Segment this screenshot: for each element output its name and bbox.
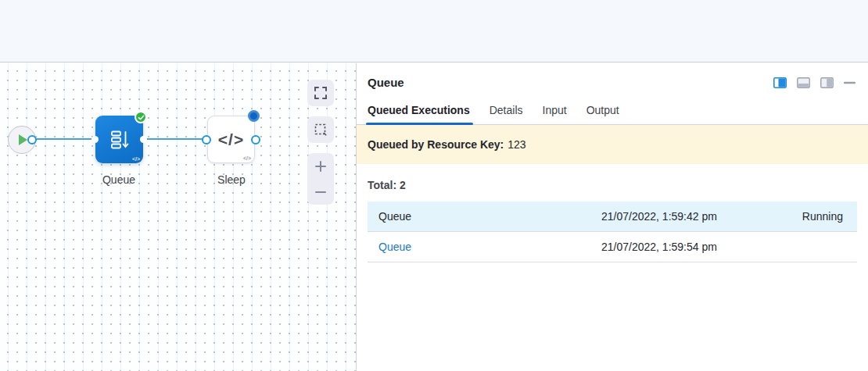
banner-value: 123	[508, 138, 525, 151]
workflow-canvas[interactable]: </> Queue </> </> Sleep	[0, 63, 356, 371]
success-badge-icon	[135, 111, 147, 123]
layout-bottom-panel-icon	[797, 77, 810, 88]
fit-view-icon	[314, 86, 328, 100]
node-details-panel: Queue	[356, 63, 868, 371]
queue-output-connector[interactable]	[140, 136, 147, 143]
panel-title: Queue	[368, 76, 404, 89]
top-header-strip	[0, 0, 868, 62]
total-count-label: Total: 2	[368, 179, 857, 191]
node-label-sleep: Sleep	[192, 173, 271, 186]
code-badge-icon: </>	[243, 155, 251, 161]
edge-start-to-queue	[34, 138, 97, 140]
canvas-toolbar	[307, 80, 334, 205]
sleep-output-connector[interactable]	[251, 135, 260, 144]
zoom-out-button[interactable]	[307, 179, 334, 205]
select-area-icon	[314, 123, 328, 137]
panel-header-icons	[773, 77, 855, 88]
tab-input[interactable]: Input	[543, 104, 567, 124]
play-icon	[19, 134, 27, 145]
execution-row[interactable]: Queue 21/07/2022, 1:59:42 pm Running	[368, 202, 857, 232]
execution-status: Running	[748, 210, 857, 223]
tab-queued-executions[interactable]: Queued Executions	[368, 104, 470, 124]
minimize-icon	[844, 81, 855, 84]
code-node-icon: </>	[218, 130, 244, 149]
zoom-control	[307, 153, 334, 205]
start-output-connector[interactable]	[27, 135, 37, 144]
select-area-button[interactable]	[307, 116, 334, 143]
waiting-badge-icon	[248, 110, 260, 122]
queued-by-resource-key-banner: Queued by Resource Key: 123	[357, 125, 868, 164]
banner-label: Queued by Resource Key:	[368, 138, 504, 151]
fit-view-button[interactable]	[307, 80, 334, 106]
queue-input-connector[interactable]	[91, 136, 99, 143]
layout-bottom-panel-button[interactable]	[797, 77, 810, 88]
node-sleep[interactable]: </> </>	[207, 116, 255, 163]
panel-tabs: Queued Executions Details Input Output	[357, 98, 868, 125]
execution-time: 21/07/2022, 1:59:42 pm	[601, 210, 748, 223]
queue-icon	[109, 129, 131, 151]
execution-name-link[interactable]: Queue	[368, 241, 601, 253]
zoom-in-button[interactable]	[307, 153, 334, 179]
edge-queue-to-sleep	[145, 138, 207, 140]
minimize-panel-button[interactable]	[844, 81, 855, 84]
layout-split-view-button[interactable]	[773, 77, 787, 88]
app-root: </> Queue </> </> Sleep	[0, 0, 868, 371]
execution-row[interactable]: Queue 21/07/2022, 1:59:54 pm	[368, 232, 857, 262]
tab-details[interactable]: Details	[490, 104, 523, 124]
panel-header: Queue	[357, 63, 868, 98]
layout-right-panel-button[interactable]	[820, 77, 834, 88]
layout-split-view-icon	[773, 77, 787, 88]
tab-output[interactable]: Output	[586, 104, 619, 124]
execution-time: 21/07/2022, 1:59:54 pm	[601, 241, 748, 253]
node-label-queue: Queue	[80, 173, 158, 186]
executions-table: Queue 21/07/2022, 1:59:42 pm Running Que…	[368, 202, 857, 262]
execution-name: Queue	[368, 210, 601, 223]
sleep-input-connector[interactable]	[202, 135, 211, 144]
plus-icon	[314, 159, 328, 173]
code-badge-icon: </>	[132, 156, 140, 162]
minus-icon	[314, 185, 328, 199]
layout-right-panel-icon	[820, 77, 834, 88]
node-queue[interactable]: </>	[95, 116, 143, 163]
main-split: </> Queue </> </> Sleep	[0, 63, 868, 371]
